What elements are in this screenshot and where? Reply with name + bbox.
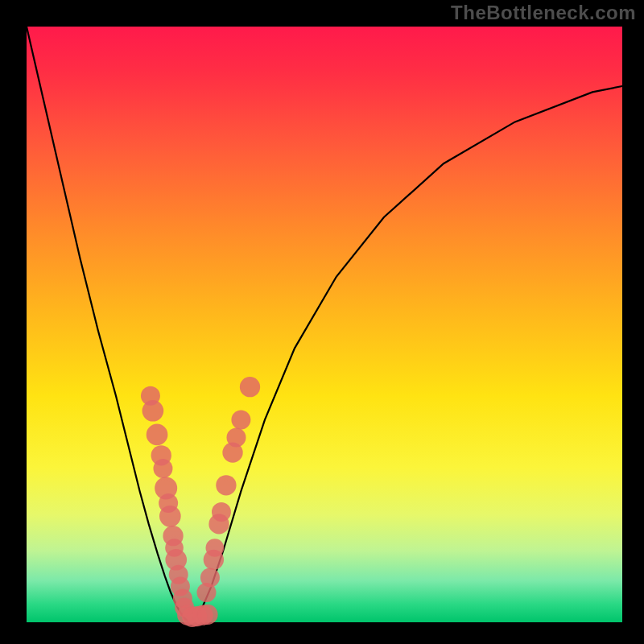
- data-marker: [147, 424, 168, 446]
- plot-svg: [27, 27, 622, 622]
- data-marker: [159, 506, 181, 527]
- data-marker: [197, 605, 217, 625]
- data-marker: [142, 400, 164, 422]
- data-marker: [240, 377, 260, 397]
- data-marker: [231, 410, 250, 429]
- data-marker: [206, 539, 225, 557]
- data-marker: [212, 502, 231, 522]
- chart-frame: TheBottleneck.com: [0, 0, 644, 644]
- plot-area: [27, 27, 622, 622]
- series-group: [27, 27, 622, 621]
- series-right-curve: [189, 86, 622, 621]
- data-marker: [216, 475, 236, 495]
- marker-group: [141, 377, 260, 627]
- data-marker: [200, 568, 220, 588]
- watermark-text: TheBottleneck.com: [451, 2, 636, 24]
- data-marker: [226, 428, 246, 448]
- data-marker: [153, 459, 172, 478]
